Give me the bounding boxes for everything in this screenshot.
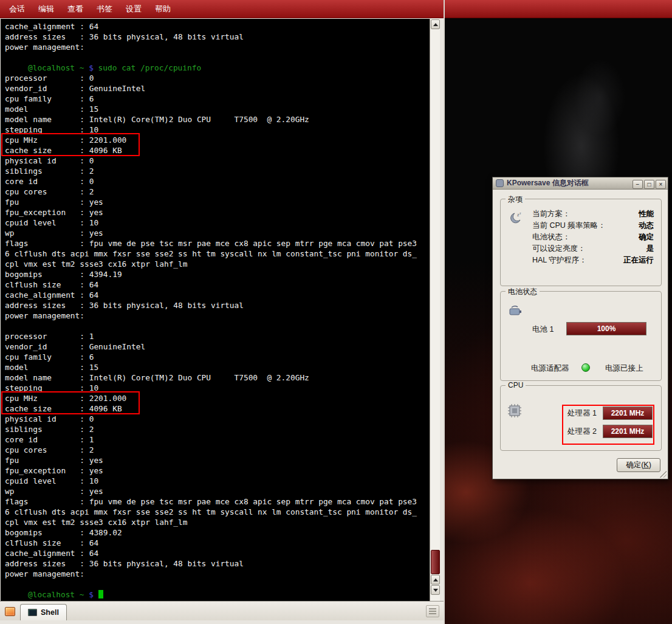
terminal-line: clflush size : 64	[5, 279, 430, 290]
terminal-lines: cache_alignment : 64address sizes : 36 b…	[1, 19, 430, 601]
terminal-cursor	[98, 590, 103, 598]
info-value: 性能	[639, 209, 654, 219]
terminal-line: core id : 0	[5, 176, 430, 187]
menu-item[interactable]: 查看	[61, 1, 90, 17]
terminal-line: bogomips : 4394.19	[5, 269, 430, 279]
menu-item[interactable]: 编辑	[32, 1, 61, 17]
terminal-line: model name : Intel(R) Core(TM)2 Duo CPU …	[5, 114, 430, 125]
terminal-line: wp : yes	[5, 486, 430, 496]
terminal-line: cpu family : 6	[5, 94, 430, 104]
terminal-line: address sizes : 36 bits physical, 48 bit…	[5, 558, 430, 569]
terminal-output[interactable]: cache_alignment : 64address sizes : 36 b…	[1, 19, 430, 601]
cpu-label: 处理器 2	[567, 427, 600, 437]
terminal-line: cpu MHz : 2201.000	[5, 393, 430, 403]
terminal-line: bogomips : 4389.02	[5, 527, 430, 538]
svg-text:z: z	[519, 211, 521, 215]
sleep-moon-icon: z z	[507, 211, 524, 228]
video-titlebar	[445, 0, 672, 18]
terminal-line: address sizes : 36 bits physical, 48 bit…	[5, 300, 430, 310]
terminal-line: vendor_id : GenuineIntel	[5, 341, 430, 352]
terminal-line: fpu_exception : yes	[5, 207, 430, 218]
info-label: 当前方案：	[532, 209, 571, 219]
battery-icon	[508, 304, 524, 321]
misc-group-title: 杂项	[506, 194, 525, 205]
scrollbar-thumb[interactable]	[431, 550, 440, 574]
info-row: 电池状态：确定	[532, 231, 654, 243]
terminal-icon	[28, 609, 37, 616]
session-list-button[interactable]	[426, 605, 439, 617]
menu-item[interactable]: 帮助	[148, 1, 177, 17]
adapter-status: 电源已接上	[605, 363, 643, 374]
terminal-line: fpu : yes	[5, 197, 430, 207]
terminal-line: cpl vmx est tm2 ssse3 cx16 xtpr lahf_lm	[5, 259, 430, 269]
redacted-username	[5, 64, 28, 70]
new-session-icon	[5, 607, 15, 616]
dialog-titlebar[interactable]: KPowersave 信息对话框 −□×	[493, 177, 668, 190]
prompt-host: @localhost ~	[28, 590, 84, 599]
maximize-button[interactable]: □	[644, 180, 654, 189]
battery-group-title: 电池状态	[506, 287, 540, 297]
terminal-line: clflush size : 64	[5, 538, 430, 548]
info-value: 动态	[639, 221, 654, 231]
command-text: sudo cat /proc/cpuinfo	[98, 63, 202, 72]
terminal-line: model name : Intel(R) Core(TM)2 Duo CPU …	[5, 372, 430, 383]
terminal-line: address sizes : 36 bits physical, 48 bit…	[5, 32, 430, 42]
terminal-line: @localhost ~ $	[5, 589, 430, 600]
terminal-line	[5, 52, 430, 63]
close-button[interactable]: ×	[656, 180, 666, 189]
terminal-line: power management:	[5, 42, 430, 52]
info-label: HAL 守护程序：	[532, 255, 587, 266]
misc-group: 杂项 z z 当前方案：性能当前 CPU 频率策略：动态电池状态：确定可以设定亮…	[500, 199, 662, 286]
redacted-username	[5, 591, 28, 597]
menu-item[interactable]: 设置	[119, 1, 148, 17]
cpu-label: 处理器 1	[567, 408, 600, 419]
terminal-line: @localhost ~ $ sudo cat /proc/cpuinfo	[5, 63, 430, 73]
cpu-rows: 处理器 12201 MHz处理器 22201 MHz	[567, 406, 653, 443]
cpu-frequency-value: 2201 MHz	[611, 409, 645, 417]
terminal-line: power management:	[5, 569, 430, 579]
terminal-line: flags : fpu vme de pse tsc msr pae mce c…	[5, 496, 430, 507]
terminal-line: siblings : 2	[5, 166, 430, 176]
menu-item[interactable]: 会话	[2, 1, 32, 17]
terminal-line: cpu cores : 2	[5, 187, 430, 197]
terminal-scrollbar[interactable]	[430, 19, 440, 601]
tab-shell[interactable]: Shell	[20, 604, 67, 620]
ok-button-label-post: )	[649, 461, 651, 469]
menu-item[interactable]: 书签	[90, 1, 119, 17]
terminal-line: model : 15	[5, 104, 430, 114]
kpowersave-dialog: KPowersave 信息对话框 −□× 杂项 z z 当前方案：性能当前 CP…	[492, 177, 668, 479]
cpu-progress-fill: 2201 MHz	[603, 407, 652, 419]
terminal-line: power management:	[5, 310, 430, 321]
power-led-icon	[581, 363, 590, 372]
tab-bar: Shell	[0, 601, 444, 620]
terminal-line: cpu family : 6	[5, 352, 430, 362]
battery-group: 电池状态 电池 1 100% 电源适配器 电源已接上	[500, 291, 662, 381]
scroll-down-button[interactable]	[431, 585, 440, 595]
info-label: 可以设定亮度：	[532, 244, 586, 254]
prompt-symbol: $	[89, 590, 94, 599]
ok-button-label-key: K	[643, 461, 648, 469]
terminal-line: fpu : yes	[5, 455, 430, 465]
info-row: 当前 CPU 频率策略：动态	[532, 220, 654, 231]
scroll-up-button[interactable]	[431, 19, 440, 29]
scroll-up-button-bottom[interactable]	[431, 575, 440, 585]
terminal-line: flags : fpu vme de pse tsc msr pae mce c…	[5, 238, 430, 249]
info-value: 正在运行	[623, 255, 654, 266]
terminal-line: cache_alignment : 64	[5, 21, 430, 32]
terminal-line	[5, 579, 430, 589]
menu-bar: 会话编辑查看书签设置帮助	[0, 0, 444, 18]
terminal-line: cache_alignment : 64	[5, 290, 430, 300]
cpu-icon	[507, 403, 523, 421]
terminal-line: physical id : 0	[5, 156, 430, 166]
minimize-button[interactable]: −	[633, 180, 643, 189]
terminal-line: cache size : 4096 KB	[5, 403, 430, 414]
ok-button[interactable]: 确定(K)	[617, 458, 660, 472]
new-session-button[interactable]	[2, 603, 18, 619]
terminal-line: vendor_id : GenuineIntel	[5, 83, 430, 94]
terminal-line: cpuid level : 10	[5, 476, 430, 486]
info-value: 确定	[639, 232, 654, 242]
terminal-line: core id : 1	[5, 434, 430, 445]
misc-rows: 当前方案：性能当前 CPU 频率策略：动态电池状态：确定可以设定亮度：是HAL …	[532, 208, 654, 266]
terminal-line: cache size : 4096 KB	[5, 145, 430, 156]
tab-label: Shell	[41, 608, 59, 617]
